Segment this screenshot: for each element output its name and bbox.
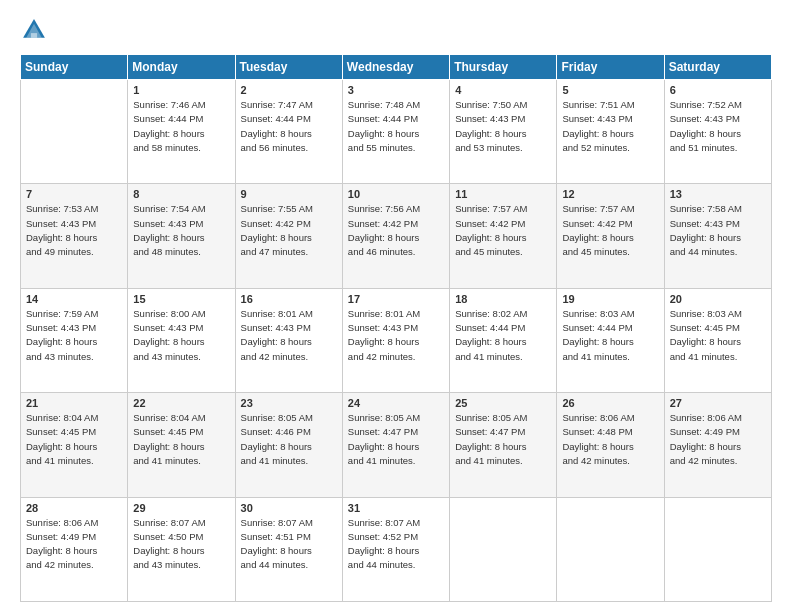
daylight-text-cont: and 41 minutes. — [133, 455, 201, 466]
sunset-text: Sunset: 4:44 PM — [455, 322, 525, 333]
daylight-text: Daylight: 8 hours — [455, 128, 526, 139]
day-info: Sunrise: 7:56 AMSunset: 4:42 PMDaylight:… — [348, 202, 444, 259]
calendar-week-row: 7Sunrise: 7:53 AMSunset: 4:43 PMDaylight… — [21, 184, 772, 288]
sunset-text: Sunset: 4:43 PM — [241, 322, 311, 333]
calendar-cell: 31Sunrise: 8:07 AMSunset: 4:52 PMDayligh… — [342, 497, 449, 601]
calendar-week-row: 28Sunrise: 8:06 AMSunset: 4:49 PMDayligh… — [21, 497, 772, 601]
sunrise-text: Sunrise: 7:59 AM — [26, 308, 98, 319]
sunrise-text: Sunrise: 7:53 AM — [26, 203, 98, 214]
day-number: 28 — [26, 502, 122, 514]
sunrise-text: Sunrise: 7:57 AM — [562, 203, 634, 214]
svg-rect-2 — [31, 33, 37, 38]
day-info: Sunrise: 7:52 AMSunset: 4:43 PMDaylight:… — [670, 98, 766, 155]
sunset-text: Sunset: 4:46 PM — [241, 426, 311, 437]
day-info: Sunrise: 8:05 AMSunset: 4:47 PMDaylight:… — [348, 411, 444, 468]
daylight-text-cont: and 58 minutes. — [133, 142, 201, 153]
sunrise-text: Sunrise: 8:06 AM — [670, 412, 742, 423]
calendar-week-row: 1Sunrise: 7:46 AMSunset: 4:44 PMDaylight… — [21, 80, 772, 184]
day-number: 27 — [670, 397, 766, 409]
sunset-text: Sunset: 4:44 PM — [241, 113, 311, 124]
daylight-text-cont: and 42 minutes. — [562, 455, 630, 466]
day-info: Sunrise: 7:50 AMSunset: 4:43 PMDaylight:… — [455, 98, 551, 155]
day-info: Sunrise: 7:46 AMSunset: 4:44 PMDaylight:… — [133, 98, 229, 155]
calendar-cell: 8Sunrise: 7:54 AMSunset: 4:43 PMDaylight… — [128, 184, 235, 288]
day-number: 18 — [455, 293, 551, 305]
sunrise-text: Sunrise: 7:48 AM — [348, 99, 420, 110]
sunset-text: Sunset: 4:52 PM — [348, 531, 418, 542]
sunset-text: Sunset: 4:43 PM — [26, 322, 96, 333]
daylight-text: Daylight: 8 hours — [670, 441, 741, 452]
sunset-text: Sunset: 4:45 PM — [26, 426, 96, 437]
daylight-text: Daylight: 8 hours — [26, 336, 97, 347]
calendar-cell: 18Sunrise: 8:02 AMSunset: 4:44 PMDayligh… — [450, 288, 557, 392]
sunrise-text: Sunrise: 8:07 AM — [241, 517, 313, 528]
sunrise-text: Sunrise: 8:00 AM — [133, 308, 205, 319]
daylight-text-cont: and 45 minutes. — [562, 246, 630, 257]
day-number: 30 — [241, 502, 337, 514]
weekday-header: Wednesday — [342, 55, 449, 80]
day-number: 10 — [348, 188, 444, 200]
daylight-text: Daylight: 8 hours — [348, 441, 419, 452]
day-number: 29 — [133, 502, 229, 514]
calendar-week-row: 21Sunrise: 8:04 AMSunset: 4:45 PMDayligh… — [21, 393, 772, 497]
day-info: Sunrise: 8:02 AMSunset: 4:44 PMDaylight:… — [455, 307, 551, 364]
day-info: Sunrise: 8:07 AMSunset: 4:50 PMDaylight:… — [133, 516, 229, 573]
day-number: 21 — [26, 397, 122, 409]
sunset-text: Sunset: 4:43 PM — [670, 218, 740, 229]
sunrise-text: Sunrise: 7:56 AM — [348, 203, 420, 214]
day-info: Sunrise: 8:01 AMSunset: 4:43 PMDaylight:… — [241, 307, 337, 364]
calendar-cell: 11Sunrise: 7:57 AMSunset: 4:42 PMDayligh… — [450, 184, 557, 288]
day-number: 4 — [455, 84, 551, 96]
daylight-text-cont: and 44 minutes. — [348, 559, 416, 570]
calendar-cell — [450, 497, 557, 601]
weekday-header: Sunday — [21, 55, 128, 80]
daylight-text-cont: and 42 minutes. — [26, 559, 94, 570]
daylight-text-cont: and 47 minutes. — [241, 246, 309, 257]
day-number: 16 — [241, 293, 337, 305]
daylight-text-cont: and 43 minutes. — [133, 351, 201, 362]
daylight-text: Daylight: 8 hours — [241, 336, 312, 347]
day-number: 2 — [241, 84, 337, 96]
daylight-text: Daylight: 8 hours — [562, 232, 633, 243]
sunset-text: Sunset: 4:51 PM — [241, 531, 311, 542]
calendar-cell: 30Sunrise: 8:07 AMSunset: 4:51 PMDayligh… — [235, 497, 342, 601]
day-number: 24 — [348, 397, 444, 409]
day-number: 8 — [133, 188, 229, 200]
sunset-text: Sunset: 4:44 PM — [348, 113, 418, 124]
calendar-cell: 9Sunrise: 7:55 AMSunset: 4:42 PMDaylight… — [235, 184, 342, 288]
day-number: 17 — [348, 293, 444, 305]
sunrise-text: Sunrise: 8:05 AM — [348, 412, 420, 423]
sunrise-text: Sunrise: 7:57 AM — [455, 203, 527, 214]
day-number: 1 — [133, 84, 229, 96]
daylight-text-cont: and 41 minutes. — [562, 351, 630, 362]
sunrise-text: Sunrise: 8:01 AM — [241, 308, 313, 319]
sunrise-text: Sunrise: 8:03 AM — [670, 308, 742, 319]
daylight-text-cont: and 55 minutes. — [348, 142, 416, 153]
day-number: 11 — [455, 188, 551, 200]
daylight-text-cont: and 41 minutes. — [455, 455, 523, 466]
sunset-text: Sunset: 4:50 PM — [133, 531, 203, 542]
daylight-text-cont: and 41 minutes. — [670, 351, 738, 362]
day-info: Sunrise: 8:05 AMSunset: 4:47 PMDaylight:… — [455, 411, 551, 468]
daylight-text: Daylight: 8 hours — [348, 336, 419, 347]
day-info: Sunrise: 7:48 AMSunset: 4:44 PMDaylight:… — [348, 98, 444, 155]
daylight-text-cont: and 44 minutes. — [241, 559, 309, 570]
logo — [20, 16, 52, 44]
day-info: Sunrise: 8:01 AMSunset: 4:43 PMDaylight:… — [348, 307, 444, 364]
day-number: 31 — [348, 502, 444, 514]
sunrise-text: Sunrise: 7:52 AM — [670, 99, 742, 110]
daylight-text-cont: and 46 minutes. — [348, 246, 416, 257]
day-info: Sunrise: 8:05 AMSunset: 4:46 PMDaylight:… — [241, 411, 337, 468]
daylight-text: Daylight: 8 hours — [348, 545, 419, 556]
day-number: 9 — [241, 188, 337, 200]
calendar-cell: 16Sunrise: 8:01 AMSunset: 4:43 PMDayligh… — [235, 288, 342, 392]
sunset-text: Sunset: 4:43 PM — [562, 113, 632, 124]
logo-icon — [20, 16, 48, 44]
calendar-cell — [664, 497, 771, 601]
day-info: Sunrise: 8:04 AMSunset: 4:45 PMDaylight:… — [26, 411, 122, 468]
daylight-text-cont: and 42 minutes. — [348, 351, 416, 362]
day-info: Sunrise: 8:03 AMSunset: 4:45 PMDaylight:… — [670, 307, 766, 364]
sunset-text: Sunset: 4:44 PM — [562, 322, 632, 333]
sunset-text: Sunset: 4:43 PM — [455, 113, 525, 124]
calendar-cell — [557, 497, 664, 601]
